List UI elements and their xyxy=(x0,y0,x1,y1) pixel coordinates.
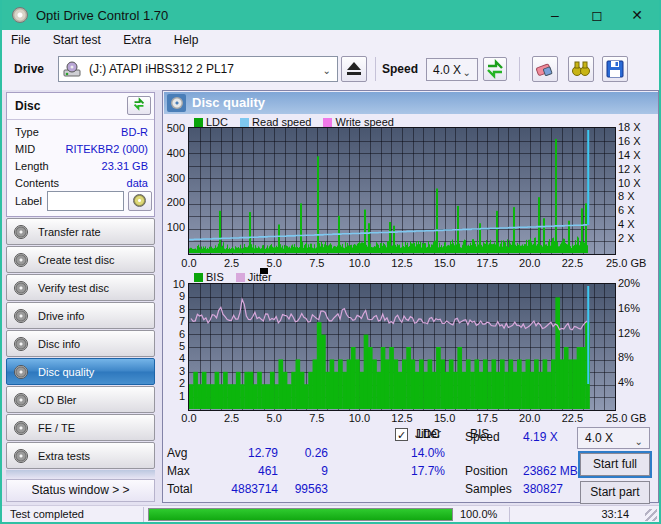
progress-percent: 100.0% xyxy=(460,508,497,520)
cd-icon xyxy=(14,309,28,323)
status-window-button[interactable]: Status window > > xyxy=(6,479,155,502)
axis-tick-label: 10 xyxy=(155,278,185,290)
cd-icon xyxy=(14,421,28,435)
sidebar-button-verify-test-disc[interactable]: Verify test disc xyxy=(6,274,155,301)
menu-extra[interactable]: Extra xyxy=(114,30,160,50)
axis-tick-label: 14 X xyxy=(618,149,652,161)
save-button[interactable] xyxy=(602,56,628,82)
axis-tick-label: 17.5 xyxy=(474,257,500,269)
menu-file[interactable]: File xyxy=(2,30,39,50)
axis-tick-label: 8 X xyxy=(618,190,652,202)
axis-tick-label: 100 xyxy=(155,221,185,233)
disc-refresh-button[interactable] xyxy=(127,96,151,115)
cd-icon xyxy=(14,449,28,463)
axis-tick-label: 20.0 xyxy=(517,257,543,269)
test-speed-select[interactable]: 4.0 X ⌄ xyxy=(577,427,650,449)
axis-tick-label: 7.5 xyxy=(304,257,330,269)
maximize-button[interactable]: ◻ xyxy=(577,0,617,30)
max-ldc-value: 461 xyxy=(238,464,278,478)
axis-tick-label: 12 X xyxy=(618,163,652,175)
axis-tick-label: 4% xyxy=(618,376,652,388)
axis-tick-label: 12% xyxy=(618,327,652,339)
search-drives-button[interactable] xyxy=(568,56,594,82)
axis-tick-label: 4 X xyxy=(618,218,652,230)
jitter-legend-swatch xyxy=(236,273,245,282)
eraser-icon xyxy=(533,57,557,81)
divider xyxy=(7,119,154,120)
sidebar-button-fe-te[interactable]: FE / TE xyxy=(6,414,155,441)
resize-grip[interactable] xyxy=(645,509,657,521)
axis-tick-label: 25.0 GB xyxy=(606,257,658,269)
axis-tick-label: 7.5 xyxy=(304,412,330,424)
sidebar-button-drive-info[interactable]: Drive info xyxy=(6,302,155,329)
sidebar-button-extra-tests[interactable]: Extra tests xyxy=(6,442,155,469)
axis-tick-label: 5 xyxy=(155,340,185,352)
drive-select[interactable]: (J:) ATAPI iHBS312 2 PL17 ⌄ xyxy=(58,56,338,82)
bis-legend-label: BIS xyxy=(206,271,224,283)
sidebar-button-cd-bler[interactable]: CD Bler xyxy=(6,386,155,413)
chevron-down-icon: ⌄ xyxy=(635,436,643,447)
ldc-legend-swatch xyxy=(194,118,203,127)
drive-label: Drive xyxy=(14,62,44,76)
cd-icon xyxy=(14,281,28,295)
window-title: Opti Drive Control 1.70 xyxy=(36,8,168,23)
max-jitter-value: 17.7% xyxy=(405,464,445,478)
legend-drag-marker xyxy=(260,268,268,274)
total-row-label: Total xyxy=(167,482,192,496)
jitter-checkbox-label: Jitter xyxy=(415,427,441,441)
menu-start-test[interactable]: Start test xyxy=(44,30,110,50)
test-speed-value: 4.0 X xyxy=(585,431,613,445)
toolbar-separator xyxy=(375,57,376,81)
axis-tick-label: 25.0 GB xyxy=(606,412,658,424)
disc-length-label: Length xyxy=(15,160,49,172)
disc-label-input[interactable] xyxy=(47,191,124,211)
sidebar-button-disc-info[interactable]: Disc info xyxy=(6,330,155,357)
drive-icon xyxy=(63,61,83,79)
axis-tick-label: 22.5 xyxy=(559,412,585,424)
minimize-button[interactable]: – xyxy=(535,0,575,30)
start-part-button[interactable]: Start part xyxy=(580,481,650,504)
disc-mid-value: RITEKBR2 (000) xyxy=(65,143,148,155)
axis-tick-label: 300 xyxy=(155,172,185,184)
close-button[interactable]: ✕ xyxy=(617,0,657,30)
menu-help[interactable]: Help xyxy=(165,30,208,50)
elapsed-time: 33:14 xyxy=(601,508,629,520)
axis-tick-label: 16 X xyxy=(618,135,652,147)
axis-tick-label: 3 xyxy=(155,365,185,377)
axis-tick-label: 10.0 xyxy=(346,412,372,424)
avg-bis-value: 0.26 xyxy=(298,446,328,460)
progress-fill xyxy=(149,509,452,520)
jitter-checkbox[interactable]: ✓ xyxy=(395,428,408,441)
erase-disc-button[interactable] xyxy=(532,56,558,82)
bis-legend-swatch xyxy=(194,273,203,282)
disc-type-value: BD-R xyxy=(121,126,148,138)
statusbar-separator xyxy=(143,507,144,522)
app-disc-icon xyxy=(12,7,28,23)
toolbar: Drive (J:) ATAPI iHBS312 2 PL17 ⌄ Speed … xyxy=(2,52,659,90)
sidebar-button-disc-quality[interactable]: Disc quality xyxy=(6,358,155,385)
axis-tick-label: 9 xyxy=(155,290,185,302)
speed-stat-value: 4.19 X xyxy=(523,430,558,444)
sidebar-button-create-test-disc[interactable]: Create test disc xyxy=(6,246,155,273)
axis-tick-label: 500 xyxy=(155,122,185,134)
panel-title: Disc quality xyxy=(192,95,265,110)
position-stat-label: Position xyxy=(465,464,508,478)
eject-button[interactable] xyxy=(341,56,367,82)
sidebar-button-transfer-rate[interactable]: Transfer rate xyxy=(6,218,155,245)
axis-tick-label: 18 X xyxy=(618,121,652,133)
axis-tick-label: 5.0 xyxy=(261,412,287,424)
axis-tick-label: 15.0 xyxy=(432,257,458,269)
samples-stat-value: 380827 xyxy=(523,482,563,496)
axis-tick-label: 8 xyxy=(155,303,185,315)
speed-select[interactable]: 4.0 X ⌄ xyxy=(426,58,478,81)
refresh-speeds-button[interactable] xyxy=(483,57,507,81)
disc-contents-value: data xyxy=(127,177,148,189)
toolbar-separator xyxy=(519,57,520,81)
disc-label-button[interactable] xyxy=(128,191,152,211)
axis-tick-label: 2.5 xyxy=(219,412,245,424)
start-full-button[interactable]: Start full xyxy=(580,453,650,476)
axis-tick-label: 6 xyxy=(155,328,185,340)
binoculars-icon xyxy=(569,57,593,81)
samples-stat-label: Samples xyxy=(465,482,512,496)
axis-tick-label: 20% xyxy=(618,277,652,289)
